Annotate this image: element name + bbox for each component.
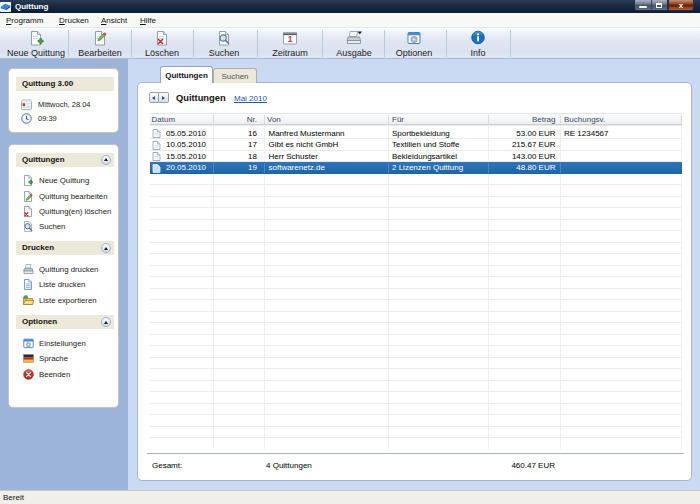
svg-text:1: 1 bbox=[288, 34, 293, 44]
